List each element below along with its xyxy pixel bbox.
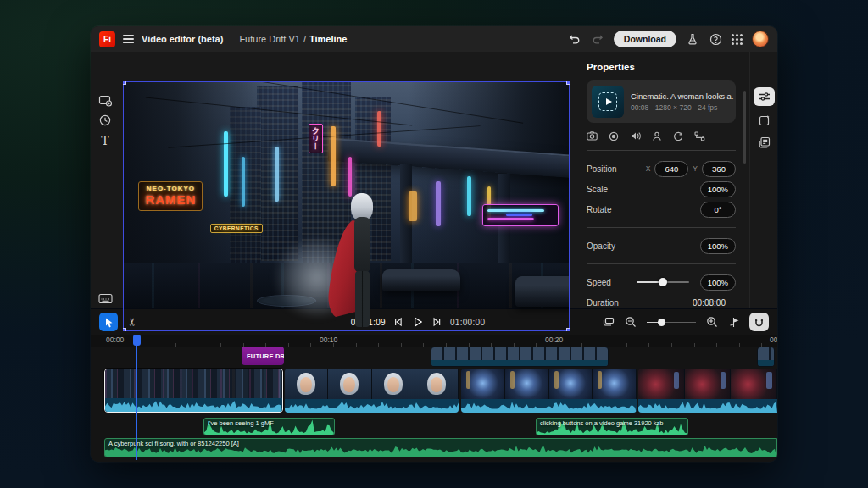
razor-playhead-icon[interactable]	[728, 317, 739, 328]
neon-sign-cyan	[224, 131, 228, 197]
undo-icon[interactable]	[568, 32, 581, 46]
resize-handle-bottom-right[interactable]	[566, 328, 570, 331]
record-circle-icon[interactable]	[609, 131, 619, 141]
neon-sign-billboard	[482, 204, 559, 227]
thumbnail-frame	[285, 369, 328, 399]
timeline-zoom-slider[interactable]	[647, 317, 696, 327]
video-preview-canvas[interactable]: クリー NEO-TOKYO RAMEN CYBERNETICS	[123, 81, 570, 331]
neon-sign-pink	[348, 157, 352, 197]
properties-scrollbar[interactable]	[743, 91, 746, 164]
selected-clip-card[interactable]: Cinematic. A woman looks a... v.ffgenvid…	[587, 80, 736, 123]
scale-label: Scale	[587, 185, 608, 194]
firefly-logo[interactable]: Fi	[99, 31, 115, 47]
person-icon[interactable]	[652, 131, 662, 141]
apps-grid-icon[interactable]	[732, 34, 743, 45]
editor-main: T	[91, 52, 777, 308]
zoom-in-icon[interactable]	[706, 316, 718, 328]
clip-thumbnails	[638, 369, 777, 399]
clip-thumbnail	[592, 86, 624, 118]
position-row: Position X 640 Y 360	[587, 159, 736, 178]
neon-sign-purple	[436, 181, 441, 226]
properties-tab-icon[interactable]	[754, 87, 775, 106]
video-clip-woman[interactable]	[285, 369, 459, 413]
speed-label: Speed	[587, 278, 611, 287]
overlay-video-clip[interactable]	[431, 347, 609, 367]
redo-icon[interactable]	[591, 32, 604, 46]
layers-panel-icon[interactable]	[754, 133, 775, 152]
duration-label: Duration	[587, 298, 619, 308]
timeline-ruler[interactable]: 00:00 00:10 00:20 00:30	[91, 335, 777, 347]
breadcrumb-project[interactable]: Future Drift V1	[239, 34, 300, 44]
clip-thumbnails	[285, 369, 459, 399]
position-x-input[interactable]: 640	[654, 161, 688, 177]
resize-handle-top-left[interactable]	[123, 81, 126, 85]
user-avatar[interactable]	[752, 30, 769, 47]
playhead-handle[interactable]	[133, 335, 141, 346]
breadcrumb-separator: /	[303, 34, 306, 44]
overlay-video-clip-small[interactable]	[757, 347, 775, 367]
desktop-background: Fi Video editor (beta) Future Drift V1 /…	[0, 0, 868, 488]
audio-clip-label: I've been seeing 1 gMF	[208, 419, 274, 427]
download-button[interactable]: Download	[614, 30, 676, 47]
speed-input[interactable]: 100%	[700, 274, 736, 291]
ruler-tick-label: 00:00	[106, 336, 124, 344]
video-clip-street-selected[interactable]	[104, 369, 283, 413]
add-media-icon[interactable]	[97, 92, 113, 108]
speed-slider[interactable]	[637, 277, 689, 287]
resize-handle-bottom-left[interactable]	[123, 328, 126, 331]
resize-handle-top-right[interactable]	[566, 81, 570, 85]
neon-sign-blue	[275, 147, 279, 202]
zoom-out-icon[interactable]	[625, 316, 637, 328]
branch-icon[interactable]	[694, 131, 705, 141]
audio-icon[interactable]	[630, 131, 641, 141]
help-icon[interactable]	[709, 32, 722, 46]
play-button[interactable]	[412, 316, 424, 328]
neon-sign-red	[377, 111, 381, 146]
clip-thumbnails	[461, 369, 637, 399]
video-clip-robots[interactable]	[461, 369, 637, 413]
audio-clip-label: A cyberpunk sci fi song, with or 8512422…	[108, 440, 239, 447]
y-axis-label: Y	[693, 164, 698, 173]
breadcrumb[interactable]: Future Drift V1 / Timeline	[239, 34, 347, 44]
select-tool-button[interactable]	[99, 313, 118, 331]
edit-media-icon[interactable]	[754, 111, 775, 130]
thumbnail-frame	[328, 369, 371, 399]
audio-clip-label: clicking buttons on a video game 31920 k…	[540, 419, 664, 427]
x-axis-label: X	[646, 164, 651, 173]
fit-timeline-icon[interactable]	[603, 317, 615, 327]
audio-clip-voice[interactable]: I've been seeing 1 gMF	[203, 418, 335, 435]
neon-sign-orange	[409, 191, 417, 221]
text-tool-icon[interactable]: T	[97, 133, 113, 148]
clip-meta: 00:08 · 1280 × 720 · 24 fps	[631, 103, 734, 112]
neon-sign-ramen: NEO-TOKYO RAMEN	[138, 181, 203, 211]
neon-sign-cybernetics: CYBERNETICS	[210, 224, 263, 233]
ruler-tick-label: 00:10	[320, 336, 337, 344]
hamburger-menu-icon[interactable]	[123, 35, 134, 43]
history-clock-icon[interactable]	[97, 113, 113, 128]
timeline-tracks: FUTURE DRI	[91, 347, 777, 462]
divider	[587, 150, 736, 151]
frame-forward-icon[interactable]	[431, 317, 442, 327]
clip-thumbnails	[105, 369, 282, 400]
text-clip-future-drift[interactable]: FUTURE DRI	[242, 347, 284, 365]
video-clip-cape[interactable]	[638, 369, 777, 413]
refresh-icon[interactable]	[673, 131, 683, 141]
scale-input[interactable]: 100%	[700, 181, 736, 197]
position-label: Position	[587, 164, 617, 174]
audio-clip-sfx[interactable]: clicking buttons on a video game 31920 k…	[536, 418, 688, 435]
keyboard-shortcuts-icon[interactable]	[97, 291, 113, 306]
ruler-tick-label: 00:20	[545, 336, 563, 344]
scene-woman-red-cape	[331, 193, 392, 329]
frame-back-icon[interactable]	[393, 317, 404, 327]
timeline-zoom-controls	[603, 313, 769, 331]
rotate-input[interactable]: 0°	[700, 202, 736, 218]
clip-name: Cinematic. A woman looks a...	[631, 92, 734, 101]
beaker-icon[interactable]	[686, 32, 699, 46]
left-tool-rail: T	[91, 52, 119, 308]
audio-clip-music[interactable]: A cyberpunk sci fi song, with or 8512422…	[104, 438, 777, 458]
opacity-input[interactable]: 100%	[700, 238, 736, 254]
divider	[587, 227, 736, 228]
camera-icon[interactable]	[587, 131, 598, 141]
snap-magnet-toggle[interactable]	[749, 313, 769, 331]
position-y-input[interactable]: 360	[702, 161, 736, 177]
